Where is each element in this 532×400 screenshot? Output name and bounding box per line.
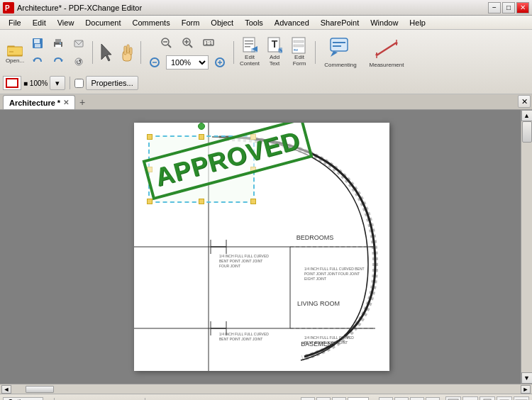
- handle-br[interactable]: [250, 199, 256, 204]
- print-button[interactable]: [48, 34, 68, 52]
- tab-add-button[interactable]: +: [75, 95, 89, 109]
- scroll-left-button[interactable]: ◄: [1, 385, 11, 394]
- scanner-button[interactable]: [514, 396, 529, 401]
- toolbar-group-nav: [96, 34, 137, 71]
- nav-controls[interactable]: |◄ ◄ ◄ / 1 ► ► ►|: [301, 397, 440, 401]
- horizontal-scrollbar[interactable]: ◄ ►: [0, 384, 532, 394]
- handle-bm[interactable]: [199, 199, 204, 204]
- page-input[interactable]: [348, 397, 369, 401]
- tab-close-all-button[interactable]: ✕: [518, 95, 531, 108]
- folder-open-icon: [7, 42, 23, 57]
- scroll-thumb[interactable]: [522, 121, 532, 143]
- first-page-button[interactable]: |◄: [301, 397, 315, 401]
- edit-content-button[interactable]: Edit Content: [238, 33, 262, 72]
- menu-edit[interactable]: Edit: [27, 17, 52, 28]
- svg-text:1/4 INCH FULL FULL CURVED: 1/4 INCH FULL FULL CURVED: [219, 254, 269, 258]
- svg-marker-55: [331, 51, 338, 57]
- rotation-handle[interactable]: [198, 123, 205, 130]
- measurement-icon: [374, 37, 399, 61]
- edit-form-button[interactable]: OK Edit Form: [287, 33, 311, 72]
- scroll-track[interactable]: [521, 121, 532, 372]
- statusbar-right-icons: [445, 396, 529, 401]
- svg-text:1/4 INCH FULL FULL CURVED BENT: 1/4 INCH FULL FULL CURVED BENT: [304, 267, 365, 271]
- menu-file[interactable]: File: [3, 17, 27, 28]
- svg-text:T: T: [272, 38, 278, 50]
- tab-architecture[interactable]: Architecture * ✕: [3, 95, 75, 109]
- h-scroll-thumb[interactable]: [26, 386, 54, 393]
- menu-advanced[interactable]: Advanced: [269, 17, 315, 28]
- actual-size-button[interactable]: 1:1: [199, 33, 218, 52]
- svg-rect-10: [55, 39, 61, 43]
- handle-tm[interactable]: [199, 134, 204, 140]
- right-scrollbar[interactable]: ▲ ▼: [521, 110, 532, 384]
- handle-bl[interactable]: [147, 199, 153, 204]
- svg-rect-20: [124, 46, 126, 55]
- menu-help[interactable]: Help: [404, 17, 431, 28]
- zoom-select[interactable]: 100% 50% 75% 125% 150%: [166, 55, 209, 70]
- svg-marker-14: [33, 60, 35, 62]
- menu-object[interactable]: Object: [205, 17, 239, 28]
- zoom-out-button[interactable]: [156, 33, 176, 52]
- handle-tl[interactable]: [147, 134, 153, 140]
- svg-marker-18: [101, 44, 111, 61]
- zoom-fit-button[interactable]: [445, 396, 461, 401]
- window-controls[interactable]: − □ ✕: [488, 2, 529, 13]
- commenting-icon: [329, 37, 352, 61]
- color-indicator: [6, 78, 18, 88]
- options-button[interactable]: Options...: [3, 397, 43, 401]
- measurement-button[interactable]: Measurement: [363, 33, 410, 72]
- hand-tool-button[interactable]: [117, 34, 137, 71]
- download-button[interactable]: [426, 397, 440, 401]
- next-page-btn2[interactable]: ►: [394, 397, 409, 401]
- commenting-button[interactable]: Commenting: [319, 33, 362, 72]
- menu-form[interactable]: Form: [176, 17, 206, 28]
- menu-view[interactable]: View: [52, 17, 80, 28]
- app-icon: P: [3, 2, 14, 13]
- pdf-canvas[interactable]: BEDROOMS LIVING ROOM BASEMENT 1/4 INCH F…: [3, 110, 521, 384]
- zoom-circle-button[interactable]: [145, 53, 165, 72]
- prev-page-btn2[interactable]: ◄: [332, 397, 346, 401]
- menu-tools[interactable]: Tools: [239, 17, 269, 28]
- tab-close-button[interactable]: ✕: [63, 99, 69, 106]
- h-scroll-track[interactable]: [11, 386, 521, 393]
- menu-comments[interactable]: Comments: [127, 17, 176, 28]
- redo-button[interactable]: [48, 52, 68, 71]
- menu-document[interactable]: Document: [79, 17, 126, 28]
- email-button[interactable]: [69, 34, 89, 52]
- zoom-in-button[interactable]: [177, 33, 197, 52]
- menu-sharepoint[interactable]: SharePoint: [315, 17, 365, 28]
- add-text-button[interactable]: T Add Text: [262, 33, 287, 72]
- last-page-button[interactable]: ►|: [410, 397, 424, 401]
- svg-text:BENT POINT JOINT JOINT: BENT POINT JOINT JOINT: [304, 340, 348, 345]
- open-button[interactable]: Open...: [3, 40, 27, 65]
- zoom-plus-button[interactable]: [210, 53, 230, 72]
- undo-button[interactable]: [28, 52, 48, 71]
- svg-text:BENT POINT JOINT JOINT: BENT POINT JOINT JOINT: [219, 259, 262, 263]
- scroll-down-button[interactable]: ▼: [521, 372, 533, 384]
- close-button[interactable]: ✕: [516, 2, 529, 13]
- fullscreen-button[interactable]: [497, 396, 512, 401]
- scroll-right-button[interactable]: ►: [521, 385, 531, 394]
- svg-rect-49: [294, 45, 304, 47]
- properties-checkbox[interactable]: [74, 79, 84, 88]
- color-dropdown-button[interactable]: ▾: [50, 76, 65, 90]
- properties-button[interactable]: Properties...: [86, 76, 138, 90]
- color-box[interactable]: [3, 76, 21, 90]
- nav-back-button[interactable]: ↺: [69, 52, 89, 71]
- prev-page-button[interactable]: ◄: [316, 397, 331, 401]
- menu-window[interactable]: Window: [365, 17, 404, 28]
- zoom-page-button[interactable]: [480, 396, 495, 401]
- svg-line-29: [189, 45, 192, 48]
- next-page-btn1[interactable]: ►: [379, 397, 393, 401]
- svg-rect-22: [130, 48, 132, 55]
- svg-text:OK: OK: [293, 48, 299, 52]
- save-button[interactable]: [28, 34, 48, 52]
- svg-rect-53: [333, 42, 345, 43]
- select-tool-button[interactable]: [96, 34, 116, 71]
- scroll-up-button[interactable]: ▲: [521, 110, 533, 121]
- minimize-button[interactable]: −: [488, 2, 501, 13]
- maximize-button[interactable]: □: [502, 2, 515, 13]
- properties-label: Properties...: [91, 79, 133, 87]
- toolbar-area: Open...: [0, 30, 532, 94]
- zoom-width-button[interactable]: [462, 396, 478, 401]
